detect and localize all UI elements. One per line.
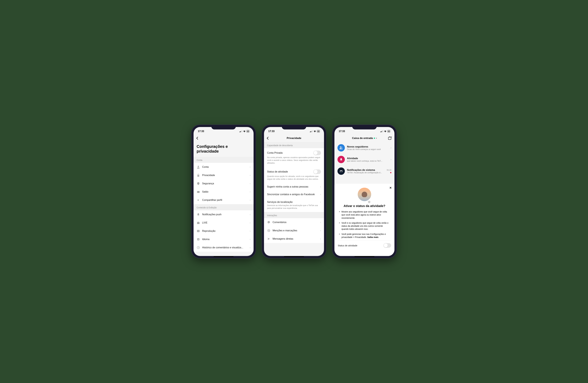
activity-status-desc: Quando essa opção for ativada, você e os… (264, 175, 324, 183)
chevron-icon: › (320, 221, 321, 224)
item-privacy[interactable]: Privacidade › (193, 171, 253, 180)
item-label: Saldo (202, 190, 248, 193)
bullet-2: Você e os seguidores que segue de volta … (339, 221, 390, 231)
chevron-down-icon: ▾ (376, 137, 377, 139)
private-account-label: Conta Privada (267, 152, 283, 154)
notch (352, 125, 377, 130)
svg-rect-0 (239, 132, 240, 132)
bell-icon (197, 213, 200, 216)
list-account: Conta › Privacidade › Segurança › Saldo … (193, 163, 253, 204)
item-label: Conta (202, 166, 248, 168)
inbox-item-system[interactable]: Notificações do sistema TikTok: Atualiza… (335, 165, 395, 177)
location-label: Serviços de localização (267, 201, 320, 203)
item-label: Reprodução (202, 230, 248, 232)
screen-settings: 17:33 48 Configurações e privacidade Con… (193, 127, 253, 256)
inbox-title: Atividade (347, 157, 388, 160)
inbox-title: Novos seguidores (347, 145, 388, 148)
item-mentions[interactable]: Menções e marcações › (264, 226, 324, 235)
item-history[interactable]: Histórico de comentários e visualiza... … (193, 244, 253, 252)
item-security[interactable]: Segurança › (193, 180, 253, 188)
svg-point-21 (268, 229, 270, 232)
home-indicator[interactable] (355, 256, 374, 257)
phone-2: 17:33 48 Privacidade Capacidade de desco… (262, 125, 326, 258)
chevron-icon: › (391, 146, 391, 149)
row-location[interactable]: Serviços de localização › (264, 198, 324, 204)
phone-1: 17:33 48 Configurações e privacidade Con… (191, 125, 256, 258)
inbox-meta: 01:22 (387, 169, 391, 173)
row-private-account: Conta Privada (264, 148, 324, 156)
inbox-list: Novos seguidores Dicas do Vinni começou … (335, 142, 395, 177)
item-comments[interactable]: Comentários › (264, 218, 324, 226)
item-label: Privacidade (202, 174, 248, 177)
live-icon (197, 221, 200, 225)
modal-activity-toggle[interactable] (383, 243, 391, 248)
private-account-toggle[interactable] (313, 151, 321, 155)
row-activity-status: Status de atividade (264, 167, 324, 175)
svg-point-20 (269, 222, 270, 222)
item-push-notifications[interactable]: Notificações push › (193, 210, 253, 219)
compose-button[interactable]: + (388, 136, 392, 140)
back-button[interactable] (267, 137, 269, 140)
list-interactions: Comentários › Menções e marcações › Mens… (264, 218, 324, 243)
item-share-profile[interactable]: Compartilhar perfil › (193, 196, 253, 204)
item-direct-messages[interactable]: Mensagens diretas › (264, 235, 324, 243)
item-label: LIVE (202, 221, 248, 224)
history-icon (197, 246, 200, 249)
svg-rect-25 (382, 131, 382, 132)
status-time: 17:33 (268, 130, 274, 133)
chevron-icon: › (250, 199, 251, 202)
svg-rect-31 (340, 171, 342, 172)
nav-bar: Caixa de entrada ▾ + (335, 134, 395, 142)
play-icon (197, 229, 200, 233)
mention-icon (267, 229, 271, 232)
language-icon: A (197, 238, 200, 241)
item-language[interactable]: A Idioma › (193, 235, 253, 244)
chevron-icon: › (320, 193, 321, 196)
section-header-content: Conteúdo & Exibição (193, 204, 253, 210)
item-label: Histórico de comentários e visualiza... (202, 246, 248, 249)
status-time: 17:33 (339, 130, 345, 133)
item-label: Notificações push (202, 213, 248, 216)
home-indicator[interactable] (284, 256, 304, 257)
chevron-icon: › (250, 238, 251, 241)
inbox-title: Notificações do sistema (347, 169, 385, 171)
user-icon (197, 165, 200, 169)
item-account[interactable]: Conta › (193, 163, 253, 171)
activity-status-toggle[interactable] (313, 169, 321, 174)
inbox-subtitle: Dicas do Vinni começou a seguir você (347, 148, 388, 150)
inbox-subtitle: TikTok: Atualização de configuração d... (347, 171, 385, 174)
item-live[interactable]: LIVE › (193, 219, 253, 227)
inbox-time: 01:22 (387, 169, 391, 171)
location-desc: Gerencie as informações de localização q… (264, 204, 324, 212)
lock-icon (197, 174, 200, 177)
row-sync-contacts[interactable]: Sincronizar contatos e amigos do Faceboo… (264, 191, 324, 198)
sync-label: Sincronizar contatos e amigos do Faceboo… (267, 193, 320, 196)
svg-rect-2 (241, 131, 241, 132)
share-icon (197, 198, 200, 202)
chevron-icon: › (320, 229, 321, 232)
signal-icon (239, 130, 242, 132)
chevron-icon: › (391, 158, 391, 161)
svg-point-19 (269, 222, 269, 222)
svg-rect-15 (312, 131, 312, 132)
item-balance[interactable]: Saldo › (193, 188, 253, 196)
signal-icon (380, 130, 383, 132)
inbox-item-activity[interactable]: Atividade que talvez você conheça, está … (335, 154, 395, 165)
row-suggest-account[interactable]: Sugerir minha conta a outras pessoas › (264, 183, 324, 191)
svg-rect-7 (199, 192, 200, 192)
chevron-icon: › (250, 190, 251, 193)
inbox-background: 17:33 48 Caixa de entrada ▾ + (335, 127, 395, 177)
svg-rect-1 (240, 131, 241, 132)
item-playback[interactable]: Reprodução › (193, 227, 253, 235)
back-button[interactable] (196, 137, 198, 140)
inbox-item-followers[interactable]: Novos seguidores Dicas do Vinni começou … (335, 142, 395, 154)
home-indicator[interactable] (214, 256, 233, 257)
chevron-icon: › (250, 246, 251, 249)
notch (211, 125, 236, 130)
learn-more-link[interactable]: Saiba mais (367, 236, 378, 238)
battery-icon: 48 (317, 130, 320, 133)
svg-rect-23 (380, 132, 381, 132)
phone-3: 17:33 48 Caixa de entrada ▾ + (332, 125, 397, 258)
chevron-icon: › (250, 221, 251, 224)
inbox-text: Notificações do sistema TikTok: Atualiza… (347, 169, 385, 174)
